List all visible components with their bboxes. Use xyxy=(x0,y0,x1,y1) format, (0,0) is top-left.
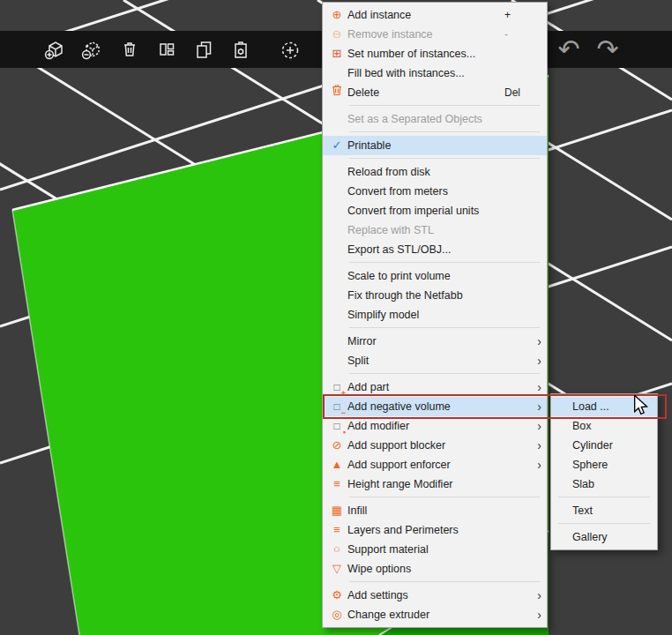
menu-item-label: Change extruder xyxy=(347,609,503,621)
printable-check-icon: ✓ xyxy=(326,136,347,155)
menu-item-replace-with-stl: Replace with STL xyxy=(323,220,547,240)
menu-item-split[interactable]: Split› xyxy=(323,351,547,370)
menu-item-label: Height range Modifier xyxy=(347,478,503,490)
submenu-arrow-icon: › xyxy=(531,586,541,605)
menu-item-mirror[interactable]: Mirror› xyxy=(323,332,547,351)
menu-item-fix-through-the-netfabb[interactable]: Fix through the Netfabb xyxy=(323,286,547,305)
menu-item-add-modifier[interactable]: □▪Add modifier› xyxy=(323,416,547,436)
menu-item-label: Fill bed with instances... xyxy=(347,67,503,79)
menu-item-label: Box xyxy=(572,420,645,432)
menu-item-label: Convert from meters xyxy=(347,185,503,198)
menu-separator xyxy=(349,262,540,263)
settings-gear-icon: ⚙ xyxy=(326,586,347,605)
menu-item-label: Mirror xyxy=(347,335,503,347)
support-blocker-icon: ⊘ xyxy=(326,436,347,455)
submenu-arrow-icon: › xyxy=(531,605,541,624)
paste-icon[interactable] xyxy=(224,33,258,66)
menu-item-delete[interactable]: DeleteDel xyxy=(323,83,547,102)
delete-trash-icon xyxy=(326,83,347,102)
menu-item-label: Delete xyxy=(347,86,503,99)
menu-item-convert-from-meters[interactable]: Convert from meters xyxy=(323,182,547,201)
toolbar-left-group xyxy=(39,33,307,66)
menu-item-add-support-enforcer[interactable]: ▲Add support enforcer› xyxy=(323,455,547,474)
remove-instance-icon: ⊖ xyxy=(326,25,347,44)
submenu-arrow-icon: › xyxy=(531,332,541,351)
submenu-item-cylinder[interactable]: Cylinder xyxy=(551,436,657,455)
menu-item-support-material[interactable]: ○Support material xyxy=(323,540,547,559)
copy-icon[interactable] xyxy=(187,33,220,66)
wipe-funnel-icon: ▽ xyxy=(326,559,347,579)
menu-item-wipe-options[interactable]: ▽Wipe options xyxy=(323,559,547,579)
menu-item-export-as-stl-obj[interactable]: Export as STL/OBJ... xyxy=(323,240,547,259)
menu-item-label: Remove instance xyxy=(347,28,503,41)
menu-item-label: Printable xyxy=(347,139,503,152)
menu-item-label: Reload from disk xyxy=(347,166,503,178)
menu-item-add-support-blocker[interactable]: ⊘Add support blocker› xyxy=(323,436,547,455)
menu-item-label: Replace with STL xyxy=(347,224,503,236)
menu-item-layers-and-perimeters[interactable]: ≡Layers and Perimeters xyxy=(323,520,547,540)
infill-icon: ▦ xyxy=(326,501,347,520)
arrange-icon[interactable] xyxy=(150,33,183,66)
menu-item-convert-from-imperial-units[interactable]: Convert from imperial units xyxy=(323,201,547,220)
submenu-item-gallery[interactable]: Gallery xyxy=(551,527,657,547)
menu-item-label: Text xyxy=(572,504,645,517)
menu-separator xyxy=(349,327,540,328)
menu-item-label: Load ... xyxy=(572,400,645,413)
remove-object-icon[interactable] xyxy=(76,33,109,66)
add-object-icon[interactable] xyxy=(39,33,72,66)
menu-item-label: Export as STL/OBJ... xyxy=(347,243,503,256)
menu-item-label: Wipe options xyxy=(347,563,503,575)
menu-separator xyxy=(349,581,540,582)
add-instance-circle-icon[interactable] xyxy=(273,33,307,66)
menu-item-label: Add negative volume xyxy=(347,400,503,413)
submenu-arrow-icon: › xyxy=(531,455,541,474)
menu-item-simplify-model[interactable]: Simplify model xyxy=(323,305,547,325)
menu-item-label: Convert from imperial units xyxy=(347,205,503,217)
menu-item-infill[interactable]: ▦Infill xyxy=(323,501,547,520)
submenu-arrow-icon: › xyxy=(531,377,541,397)
delete-icon[interactable] xyxy=(113,33,146,66)
menu-separator xyxy=(349,373,540,374)
menu-item-add-instance[interactable]: ⊕Add instance+ xyxy=(323,5,547,25)
menu-item-change-extruder[interactable]: ◎Change extruder› xyxy=(323,605,547,624)
menu-item-label: Set number of instances... xyxy=(347,48,503,60)
menu-item-label: Split xyxy=(347,355,503,367)
add-negative-volume-submenu: Load ...BoxCylinderSphereSlabTextGallery xyxy=(550,393,658,550)
menu-item-set-number-of-instances[interactable]: ⊞Set number of instances... xyxy=(323,44,547,64)
menu-item-add-part[interactable]: □+Add part› xyxy=(323,377,547,397)
menu-item-label: Add instance xyxy=(347,9,503,21)
redo-icon[interactable]: ↷ xyxy=(591,33,624,66)
shortcut-label: + xyxy=(503,9,531,21)
menu-item-label: Add part xyxy=(347,381,503,393)
undo-icon[interactable]: ↶ xyxy=(552,33,586,66)
menu-item-scale-to-print-volume[interactable]: Scale to print volume xyxy=(323,266,547,286)
menu-item-add-negative-volume[interactable]: □−Add negative volume› xyxy=(323,397,547,416)
menu-separator xyxy=(558,497,650,497)
submenu-item-slab[interactable]: Slab xyxy=(551,474,657,494)
menu-separator xyxy=(349,105,540,106)
menu-separator xyxy=(349,131,540,132)
submenu-arrow-icon: › xyxy=(531,397,541,416)
submenu-item-load[interactable]: Load ... xyxy=(551,397,657,416)
slicer-3d-view-window: ↶ ↷ ⊕Add instance+⊖Remove instance-⊞Set … xyxy=(0,0,672,635)
submenu-arrow-icon: › xyxy=(531,351,541,370)
object-context-menu: ⊕Add instance+⊖Remove instance-⊞Set numb… xyxy=(322,2,548,628)
menu-item-reload-from-disk[interactable]: Reload from disk xyxy=(323,162,547,182)
menu-item-height-range-modifier[interactable]: ≡Height range Modifier xyxy=(323,474,547,494)
menu-separator xyxy=(558,523,650,524)
menu-item-printable[interactable]: ✓Printable xyxy=(323,136,547,155)
menu-item-add-settings[interactable]: ⚙Add settings› xyxy=(323,586,547,605)
layers-icon: ≡ xyxy=(326,520,347,540)
submenu-item-sphere[interactable]: Sphere xyxy=(551,455,657,474)
menu-item-fill-bed-with-instances[interactable]: Fill bed with instances... xyxy=(323,64,547,83)
support-material-icon: ○ xyxy=(326,540,347,559)
menu-item-label: Scale to print volume xyxy=(347,270,503,282)
submenu-item-text[interactable]: Text xyxy=(551,501,657,520)
menu-item-label: Add support blocker xyxy=(347,439,503,452)
menu-item-remove-instance: ⊖Remove instance- xyxy=(323,25,547,44)
submenu-item-box[interactable]: Box xyxy=(551,416,657,436)
support-enforcer-icon: ▲ xyxy=(326,455,347,474)
menu-item-label: Cylinder xyxy=(572,439,645,452)
menu-item-label: Support material xyxy=(347,543,503,556)
submenu-arrow-icon: › xyxy=(531,416,541,436)
